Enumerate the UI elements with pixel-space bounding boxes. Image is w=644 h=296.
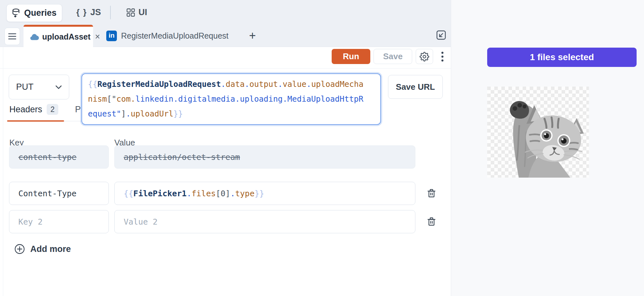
trash-icon [427, 189, 436, 198]
new-header-value-input[interactable]: Value 2 [114, 210, 415, 233]
trash-icon [427, 217, 436, 227]
close-tab-icon[interactable]: × [94, 32, 101, 41]
app-window: Queries { } JS UI [0, 0, 644, 296]
nav-queries[interactable]: Queries [6, 4, 62, 22]
http-method-value: PUT [16, 82, 33, 92]
gear-icon [420, 52, 429, 61]
header-value-input[interactable]: {{FilePicker1.files[0].type}} [114, 182, 415, 205]
header-value-disabled-text: application/octet-stream [124, 153, 240, 162]
query-list-menu-button[interactable] [5, 28, 20, 45]
new-header-key-placeholder: Key 2 [18, 217, 43, 227]
section-divider [0, 68, 451, 69]
grid-icon [126, 8, 135, 17]
file-picker-button[interactable]: 1 files selected [487, 48, 637, 67]
tab-uploadasset[interactable]: uploadAsset × [24, 25, 93, 47]
delete-new-header-row-button[interactable] [424, 215, 439, 229]
header-key-disabled-text: content-type [18, 153, 77, 162]
delete-header-row-button[interactable] [424, 186, 439, 200]
tab-registermediauploadrequest[interactable]: in RegisterMediaUploadRequest [106, 25, 229, 47]
save-url-button[interactable]: Save URL [388, 75, 443, 99]
header-key-text: Content-Type [18, 189, 77, 198]
tab-uploadasset-label: uploadAsset [42, 32, 90, 42]
add-query-tab-button[interactable]: + [245, 25, 260, 47]
new-header-key-input[interactable]: Key 2 [9, 210, 109, 233]
database-icon [12, 8, 21, 18]
headers-count-badge: 2 [47, 104, 58, 115]
chevron-down-icon [55, 85, 62, 89]
tab-headers[interactable]: Headers 2 [9, 104, 58, 115]
nav-ui-label: UI [138, 7, 147, 17]
nav-js-label: JS [90, 7, 101, 17]
panel-edge [3, 47, 3, 296]
url-input[interactable]: {{RegisterMediaUploadRequest.data.output… [81, 73, 381, 125]
hamburger-icon [8, 33, 16, 40]
nav-ui[interactable]: UI [126, 0, 147, 25]
tab-headers-label: Headers [9, 105, 42, 115]
popout-icon [436, 30, 447, 41]
kebab-icon [441, 51, 444, 62]
subtab-baseline [64, 121, 82, 121]
nav-queries-label: Queries [24, 8, 57, 18]
nav-js[interactable]: { } JS [76, 0, 101, 25]
add-more-button[interactable]: Add more [14, 243, 71, 255]
tab-registermediauploadrequest-label: RegisterMediaUploadRequest [121, 31, 229, 41]
header-key-input[interactable]: Content-Type [9, 182, 109, 205]
header-key-disabled[interactable]: content-type [9, 145, 109, 169]
save-button[interactable]: Save [374, 49, 412, 64]
tab-params-partial[interactable]: P [75, 104, 81, 115]
active-subtab-underline [7, 120, 64, 122]
add-more-label: Add more [30, 244, 71, 254]
run-button[interactable]: Run [332, 49, 370, 64]
query-settings-button[interactable] [416, 49, 433, 64]
header-value-disabled[interactable]: application/octet-stream [114, 145, 415, 169]
popout-editor-button[interactable] [435, 29, 448, 42]
kitten-raising-paw-image [487, 87, 589, 178]
more-options-button[interactable] [438, 49, 447, 64]
linkedin-icon: in [106, 31, 117, 41]
plus-circle-icon [14, 244, 25, 254]
file-preview-image [487, 87, 589, 178]
toolbar-divider [110, 6, 111, 19]
braces-icon: { } [76, 7, 87, 17]
http-method-select[interactable]: PUT [9, 75, 69, 99]
cloud-icon [30, 34, 39, 40]
top-toolbar: Queries { } JS UI [0, 0, 451, 25]
new-header-value-placeholder: Value 2 [124, 217, 157, 227]
